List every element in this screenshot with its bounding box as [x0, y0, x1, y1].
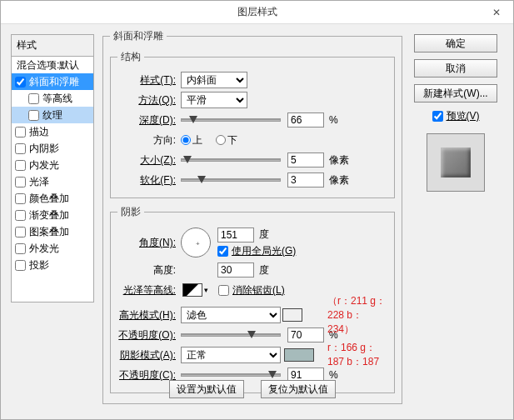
bevel-check[interactable]: [15, 77, 26, 88]
blend-options-row[interactable]: 混合选项:默认: [12, 57, 93, 73]
direction-down-radio[interactable]: [216, 135, 226, 145]
ok-button[interactable]: 确定: [414, 34, 497, 52]
soften-input[interactable]: [287, 172, 324, 188]
bevel-row[interactable]: 斜面和浮雕: [12, 73, 93, 90]
global-light-check[interactable]: [217, 246, 228, 257]
gradient-overlay-check[interactable]: [15, 210, 26, 221]
highlight-opacity-label: 不透明度(O):: [117, 328, 176, 342]
inner-shadow-row[interactable]: 内阴影: [12, 140, 93, 157]
depth-slider[interactable]: [181, 113, 281, 127]
size-label: 大小(Z):: [117, 153, 176, 168]
shadow-mode-label: 阴影模式(A):: [117, 348, 176, 362]
preview-swatch: [441, 148, 471, 178]
highlight-color-swatch[interactable]: [282, 308, 302, 322]
reset-default-button[interactable]: 复位为默认值: [261, 380, 336, 398]
satin-check[interactable]: [15, 177, 26, 188]
contour-check[interactable]: [28, 93, 39, 104]
pattern-overlay-check[interactable]: [15, 227, 26, 238]
close-icon[interactable]: ✕: [480, 1, 513, 24]
antialias-check[interactable]: [218, 285, 229, 296]
styles-title: 样式: [12, 35, 93, 57]
satin-row[interactable]: 光泽: [12, 173, 93, 190]
size-input[interactable]: [287, 152, 324, 168]
contour-row[interactable]: 等高线: [12, 90, 93, 107]
depth-label: 深度(D):: [117, 113, 176, 128]
texture-row[interactable]: 纹理: [12, 107, 93, 123]
bevel-legend: 斜面和浮雕: [110, 29, 167, 43]
shadow-color-note: r：166 g：187 b：187: [327, 341, 387, 369]
direction-label: 方向:: [117, 133, 176, 148]
style-label: 样式(T):: [117, 73, 176, 88]
drop-shadow-check[interactable]: [15, 260, 26, 271]
gradient-overlay-row[interactable]: 渐变叠加: [12, 207, 93, 223]
inner-glow-row[interactable]: 内发光: [12, 157, 93, 173]
style-select[interactable]: 内斜面: [181, 72, 247, 88]
shading-group: 阴影 角度(N): + 度 使用全局光(G): [110, 205, 395, 393]
layer-style-dialog: 图层样式 ✕ 样式 混合选项:默认 斜面和浮雕 等高线 纹理 描边 内阴影 内发…: [0, 0, 514, 420]
color-overlay-row[interactable]: 颜色叠加: [12, 190, 93, 207]
tech-select[interactable]: 平滑: [181, 92, 247, 108]
highlight-opacity-slider[interactable]: [181, 328, 281, 342]
gloss-label: 光泽等高线:: [117, 283, 176, 298]
new-style-button[interactable]: 新建样式(W)...: [414, 84, 497, 102]
gloss-contour-swatch[interactable]: [182, 283, 202, 297]
altitude-input[interactable]: [217, 262, 254, 278]
stroke-check[interactable]: [15, 127, 26, 138]
size-slider[interactable]: [181, 153, 281, 167]
chevron-down-icon[interactable]: ▾: [204, 286, 208, 294]
tech-label: 方法(Q):: [117, 93, 176, 108]
structure-group: 结构 样式(T): 内斜面 方法(Q): 平滑 深度(D): % 方向:: [110, 50, 395, 198]
shadow-color-swatch[interactable]: [284, 348, 314, 362]
inner-glow-check[interactable]: [15, 160, 26, 171]
depth-input[interactable]: [287, 112, 324, 128]
highlight-opacity-input[interactable]: [287, 328, 324, 342]
cancel-button[interactable]: 取消: [414, 59, 497, 78]
styles-panel: 样式 混合选项:默认 斜面和浮雕 等高线 纹理 描边 内阴影 内发光 光泽 颜色…: [11, 34, 94, 302]
texture-check[interactable]: [28, 110, 39, 121]
highlight-mode-select[interactable]: 滤色: [181, 307, 281, 323]
dialog-buttons: 确定 取消 新建样式(W)... 预览(V): [410, 34, 502, 192]
preview-check[interactable]: [432, 111, 443, 122]
set-default-button[interactable]: 设置为默认值: [169, 380, 244, 398]
soften-slider[interactable]: [181, 173, 281, 187]
altitude-label: 高度:: [117, 263, 176, 278]
shadow-mode-select[interactable]: 正常: [181, 347, 281, 363]
angle-dial[interactable]: +: [181, 228, 211, 258]
angle-label: 角度(N):: [117, 236, 176, 250]
outer-glow-row[interactable]: 外发光: [12, 240, 93, 257]
angle-input[interactable]: [217, 228, 254, 242]
color-overlay-check[interactable]: [15, 193, 26, 204]
pattern-overlay-row[interactable]: 图案叠加: [12, 223, 93, 240]
titlebar: 图层样式 ✕: [1, 1, 513, 24]
highlight-color-note: （r：211 g：228 b：234）: [327, 294, 387, 337]
direction-up-radio[interactable]: [181, 135, 191, 145]
bevel-settings: 斜面和浮雕 结构 样式(T): 内斜面 方法(Q): 平滑 深度(D): %: [102, 29, 402, 404]
inner-shadow-check[interactable]: [15, 143, 26, 154]
drop-shadow-row[interactable]: 投影: [12, 257, 93, 273]
outer-glow-check[interactable]: [15, 243, 26, 254]
soften-label: 软化(F):: [117, 173, 176, 188]
window-title: 图层样式: [237, 5, 277, 19]
highlight-mode-label: 高光模式(H):: [117, 308, 176, 322]
stroke-row[interactable]: 描边: [12, 123, 93, 140]
preview-box: [427, 133, 485, 192]
